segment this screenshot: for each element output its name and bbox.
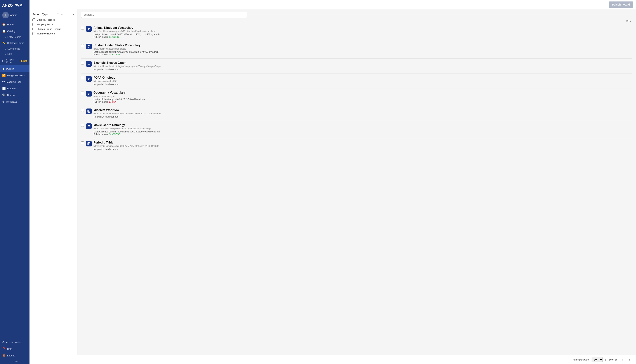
sidebar-item-merge-requests[interactable]: 🔀 Merge Requests: [0, 72, 30, 79]
sidebar-item-ontology-editor[interactable]: ✏️ Ontology Editor: [0, 40, 30, 46]
record-url: https://mobi.com/records#e9d0d79c-ea50-4…: [94, 112, 632, 115]
content-area: Record Type Reset ∧ Ontology Record Mapp…: [30, 10, 636, 355]
ontology-record-checkbox[interactable]: [33, 18, 35, 21]
search-bar-row: [81, 12, 632, 18]
sidebar-item-mapping-tool[interactable]: 🗺 Mapping Tool: [0, 79, 30, 85]
svg-point-1: [15, 4, 17, 6]
username: admin: [10, 14, 17, 16]
publish-record-button[interactable]: Publish Record: [609, 2, 633, 8]
record-name: Mischief Workflow: [94, 108, 632, 112]
record-name: Geography Vocabulary: [94, 91, 632, 94]
sidebar-item-discover[interactable]: 🔍 Discover: [0, 92, 30, 98]
sidebar-item-home[interactable]: 🏠 Home: [0, 21, 30, 28]
ontology-record-label: Ontology Record: [37, 18, 55, 21]
filter-ontology-record[interactable]: Ontology Record: [33, 18, 74, 21]
entity-search-icon: ↳: [5, 36, 6, 38]
sidebar-item-entity-search[interactable]: ↳ Entity Search: [0, 34, 30, 40]
shapes-graph-record-checkbox[interactable]: [33, 28, 35, 30]
pagination-bar: Items per page: 102550100 1 – 10 of 18 ‹…: [30, 355, 636, 364]
user-section: admin: [0, 10, 30, 21]
sidebar-item-link[interactable]: ↳ Link: [0, 52, 30, 56]
publish-status-value: ERROR: [109, 100, 117, 103]
sidebar-item-shapes-editor[interactable]: ⬡ Shapes Editor BETA: [0, 56, 30, 66]
filter-reset-button[interactable]: Reset: [57, 13, 63, 16]
table-row: Animal Kingdom Vocabulary https://mobi.c…: [81, 24, 632, 41]
svg-point-14: [88, 93, 89, 94]
record-meta: No publish has been run: [94, 68, 632, 71]
svg-rect-10: [88, 64, 90, 64]
record-details: Periodic Table https://mobi.com/records#…: [94, 141, 632, 150]
record-type-icon: [86, 26, 92, 32]
svg-point-13: [89, 78, 90, 78]
publish-status-value: SUCCESS: [109, 133, 120, 136]
search-input[interactable]: [81, 12, 247, 18]
sidebar-item-help[interactable]: ❓ Help: [0, 346, 30, 352]
svg-point-7: [88, 45, 89, 46]
filter-toggle-icon[interactable]: ∧: [72, 12, 74, 16]
record-checkbox[interactable]: [81, 44, 84, 47]
records-reset-button[interactable]: Reset: [81, 20, 632, 22]
sidebar-item-publish[interactable]: ⬆ Publish: [0, 66, 30, 72]
mapping-tool-icon: 🗺: [2, 80, 5, 84]
pagination-prev-button[interactable]: ‹: [620, 357, 625, 362]
link-icon: ↳: [5, 53, 6, 55]
items-per-page-select[interactable]: 102550100: [591, 357, 603, 362]
svg-point-4: [5, 14, 6, 15]
catalog-icon: 📋: [2, 30, 6, 33]
sidebar-item-catalog[interactable]: 📋 Catalog: [0, 28, 30, 34]
filter-shapes-graph-record[interactable]: Shapes Graph Record: [33, 28, 74, 30]
record-checkbox[interactable]: [81, 92, 84, 94]
svg-text:ANZO: ANZO: [2, 3, 13, 7]
sidebar-item-workflows[interactable]: ⚙ Workflows: [0, 98, 30, 105]
record-details: Movie Genre Ontology https://avm.inovexc…: [94, 124, 632, 136]
record-details: Custom United States Vocabulary http://m…: [94, 44, 632, 56]
record-name: Periodic Table: [94, 141, 632, 144]
table-row: Mischief Workflow https://mobi.com/recor…: [81, 106, 632, 121]
filter-mapping-record[interactable]: Mapping Record: [33, 23, 74, 26]
publish-status-label: Publish status:: [94, 100, 109, 103]
record-meta: No publish has been run: [94, 83, 632, 86]
sidebar-item-logout[interactable]: 🚪 Logout: [0, 352, 30, 359]
help-icon: ❓: [2, 347, 6, 350]
record-checkbox[interactable]: [81, 27, 84, 30]
no-publish-text: No publish has been run: [94, 116, 119, 118]
record-checkbox[interactable]: [81, 124, 84, 127]
record-type-icon: [86, 141, 92, 146]
publish-icon: ⬆: [2, 67, 5, 70]
sync-icon: ↳: [5, 48, 6, 50]
table-row: Custom United States Vocabulary http://m…: [81, 41, 632, 58]
pagination-next-button[interactable]: ›: [627, 357, 632, 362]
table-row: Movie Genre Ontology https://avm.inovexc…: [81, 121, 632, 138]
publish-status-value: SUCCESS: [109, 36, 120, 38]
shapes-graph-record-label: Shapes Graph Record: [37, 28, 61, 30]
svg-point-8: [89, 45, 90, 46]
record-meta: Last published commit fdc6da7b03 at 6/28…: [94, 130, 632, 136]
administration-icon: ⚙: [2, 340, 5, 344]
record-name: Example Shapes Graph: [94, 61, 632, 64]
filter-workflow-record[interactable]: Workflow Record: [33, 32, 74, 35]
shapes-editor-icon: ⬡: [2, 59, 5, 63]
sidebar-bottom: ⚙ Administration ❓ Help 🚪 Logout v4.0.0: [0, 338, 30, 364]
svg-point-12: [88, 78, 89, 79]
record-type-icon: [86, 44, 92, 49]
record-details: Example Shapes Graph http://mobi.solutio…: [94, 61, 632, 71]
record-details: Animal Kingdom Vocabulary https://mobi.c…: [94, 26, 632, 38]
record-checkbox[interactable]: [81, 142, 84, 144]
record-checkbox[interactable]: [81, 109, 84, 112]
main-area: Publish Record Record Type Reset ∧ Ontol…: [30, 0, 636, 364]
workflow-record-checkbox[interactable]: [33, 32, 35, 35]
record-checkbox[interactable]: [81, 77, 84, 80]
sidebar-item-datasets[interactable]: 📊 Datasets: [0, 85, 30, 92]
svg-rect-9: [88, 63, 90, 63]
no-publish-text: No publish has been run: [94, 148, 119, 150]
avatar: [2, 12, 9, 18]
filter-header: Record Type Reset ∧: [33, 12, 74, 16]
record-meta: Last published commit f8f332b7f1 at 6/28…: [94, 51, 632, 56]
mapping-record-checkbox[interactable]: [33, 23, 35, 26]
records-list: Animal Kingdom Vocabulary https://mobi.c…: [81, 24, 632, 153]
datasets-icon: 📊: [2, 87, 6, 90]
sidebar-item-administration[interactable]: ⚙ Administration: [0, 339, 30, 346]
record-name: Custom United States Vocabulary: [94, 44, 632, 47]
record-checkbox[interactable]: [81, 62, 84, 64]
sidebar-item-synchronize[interactable]: ↳ Synchronize: [0, 46, 30, 52]
